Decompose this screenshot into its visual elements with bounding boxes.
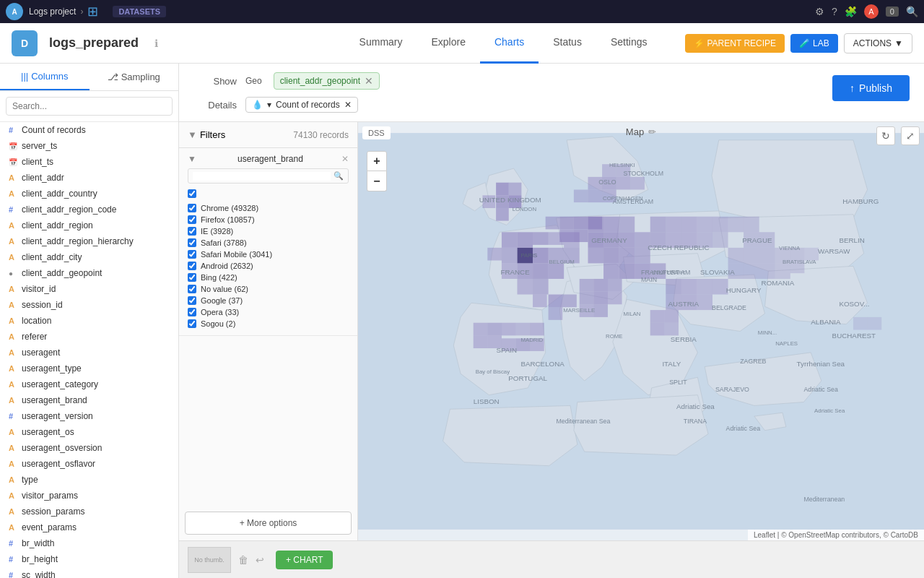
tab-columns[interactable]: ||| Columns bbox=[0, 64, 90, 90]
filter-option[interactable]: Firefox (10857) bbox=[188, 214, 349, 225]
list-item[interactable]: Auseragent_brand bbox=[0, 392, 178, 408]
datasets-label[interactable]: DATASETS bbox=[113, 6, 166, 17]
list-item[interactable]: Aclient_addr_city bbox=[0, 249, 178, 265]
tab-summary[interactable]: Summary bbox=[345, 23, 417, 64]
filter-option[interactable]: Opera (33) bbox=[188, 306, 349, 318]
filter-remove-icon[interactable]: ✕ bbox=[341, 154, 349, 164]
restore-chart-icon[interactable]: ↩ bbox=[256, 554, 264, 566]
parent-recipe-button[interactable]: ⚡ PARENT RECIPE bbox=[685, 34, 785, 53]
tab-charts[interactable]: Charts bbox=[480, 23, 539, 64]
filter-checkbox[interactable] bbox=[188, 308, 196, 316]
tab-status[interactable]: Status bbox=[539, 23, 596, 64]
filter-option[interactable]: IE (3928) bbox=[188, 225, 349, 237]
list-item[interactable]: Asession_params bbox=[0, 504, 178, 519]
actions-button[interactable]: ACTIONS ▼ bbox=[844, 33, 912, 53]
list-item[interactable]: Asession_id bbox=[0, 297, 178, 313]
list-item[interactable]: #sc_width bbox=[0, 567, 178, 578]
svg-rect-89 bbox=[681, 279, 697, 295]
filter-checkbox[interactable] bbox=[188, 215, 196, 224]
filter-checkbox[interactable] bbox=[188, 250, 196, 259]
remove-details-field-button[interactable]: ✕ bbox=[344, 100, 352, 110]
settings-icon[interactable]: ⚙ bbox=[815, 6, 824, 17]
filter-checkbox[interactable] bbox=[188, 227, 196, 236]
refresh-button[interactable]: ↻ bbox=[876, 126, 895, 145]
notification-badge[interactable]: 0 bbox=[886, 7, 899, 17]
list-item[interactable]: Aclient_addr bbox=[0, 170, 178, 186]
filters-toggle-icon[interactable]: ▼ bbox=[188, 129, 197, 140]
tab-explore[interactable]: Explore bbox=[417, 23, 480, 64]
filter-checkbox[interactable] bbox=[188, 319, 196, 328]
filter-checkbox[interactable] bbox=[188, 262, 196, 270]
filter-checkbox[interactable] bbox=[188, 204, 196, 212]
list-item[interactable]: #useragent_version bbox=[0, 408, 178, 424]
list-item[interactable]: Avisitor_id bbox=[0, 281, 178, 297]
filter-toggle-arrow[interactable]: ▼ bbox=[188, 154, 196, 164]
help-icon[interactable]: ? bbox=[832, 6, 837, 17]
list-item[interactable]: Auseragent_type bbox=[0, 361, 178, 376]
list-item[interactable]: Avisitor_params bbox=[0, 488, 178, 504]
user-avatar[interactable]: A bbox=[864, 4, 879, 19]
filter-search-input[interactable] bbox=[193, 172, 331, 181]
list-item[interactable]: Auseragent_osversion bbox=[0, 440, 178, 456]
tab-sampling[interactable]: ⎇ Sampling bbox=[90, 64, 179, 90]
add-chart-button[interactable]: + CHART bbox=[276, 551, 333, 569]
project-name[interactable]: Logs project bbox=[29, 7, 76, 17]
list-item[interactable]: Aevent_params bbox=[0, 519, 178, 535]
list-item[interactable]: #client_addr_region_code bbox=[0, 202, 178, 217]
list-item[interactable]: Aclient_addr_country bbox=[0, 186, 178, 202]
filter-option[interactable]: Sogou (2) bbox=[188, 318, 349, 329]
fullscreen-button[interactable]: ⤢ bbox=[901, 126, 920, 145]
filter-option[interactable]: Safari Mobile (3041) bbox=[188, 249, 349, 260]
chart-thumbnail[interactable]: No thumb. bbox=[188, 547, 231, 573]
type-icon-str: A bbox=[9, 364, 17, 373]
tab-settings[interactable]: Settings bbox=[596, 23, 662, 64]
publish-button[interactable]: ↑ Publish bbox=[832, 75, 910, 101]
edit-pencil-icon[interactable]: ✏ bbox=[648, 126, 656, 137]
filter-option[interactable]: Bing (422) bbox=[188, 272, 349, 283]
type-icon-hash: # bbox=[9, 205, 17, 214]
list-item[interactable]: Aclient_addr_region_hierarchy bbox=[0, 233, 178, 249]
remove-show-field-button[interactable]: ✕ bbox=[365, 75, 373, 87]
list-item[interactable]: ●client_addr_geopoint bbox=[0, 265, 178, 281]
plugins-icon[interactable]: 🧩 bbox=[845, 6, 857, 17]
filter-checkbox[interactable] bbox=[188, 296, 196, 305]
filter-option[interactable]: Google (37) bbox=[188, 295, 349, 306]
filter-option[interactable]: Android (2632) bbox=[188, 260, 349, 272]
list-item[interactable]: Auseragent_category bbox=[0, 376, 178, 392]
svg-rect-88 bbox=[666, 279, 681, 295]
list-item[interactable]: 📅client_ts bbox=[0, 154, 178, 170]
filter-checkbox[interactable] bbox=[188, 273, 196, 282]
list-item[interactable]: #br_height bbox=[0, 551, 178, 567]
search-icon[interactable]: 🔍 bbox=[906, 6, 918, 17]
zoom-in-button[interactable]: + bbox=[367, 151, 387, 171]
list-item[interactable]: Aclient_addr_region bbox=[0, 217, 178, 233]
chevron-icon[interactable]: ▾ bbox=[267, 100, 271, 110]
lab-button[interactable]: 🧪 LAB bbox=[790, 34, 838, 53]
publish-icon: ↑ bbox=[850, 82, 855, 94]
list-item[interactable]: #Count of records bbox=[0, 122, 178, 138]
list-item[interactable]: 📅server_ts bbox=[0, 138, 178, 154]
list-item[interactable]: Auseragent_osflavor bbox=[0, 456, 178, 472]
type-icon-str: A bbox=[9, 475, 17, 484]
more-options-button[interactable]: + More options bbox=[185, 512, 352, 535]
list-item[interactable]: #br_width bbox=[0, 535, 178, 551]
dataset-name-edit-icon[interactable]: ℹ bbox=[154, 38, 158, 49]
zoom-out-button[interactable]: − bbox=[367, 171, 387, 191]
svg-text:BERLIN: BERLIN bbox=[839, 236, 864, 244]
column-search-input[interactable] bbox=[6, 97, 173, 116]
list-item[interactable]: Alocation bbox=[0, 313, 178, 329]
delete-chart-icon[interactable]: 🗑 bbox=[238, 554, 248, 566]
list-item[interactable]: Auseragent bbox=[0, 345, 178, 361]
filter-checkbox[interactable] bbox=[188, 238, 196, 247]
list-item[interactable]: Atype bbox=[0, 472, 178, 488]
list-item[interactable]: Areferer bbox=[0, 329, 178, 345]
details-row: Details 💧 ▾ Count of records ✕ bbox=[193, 97, 824, 113]
filter-select-all-checkbox[interactable] bbox=[188, 189, 196, 198]
filter-item-useragent-brand: ▼ useragent_brand ✕ 🔍 Chrome (49328) F bbox=[179, 148, 357, 336]
filter-checkbox[interactable] bbox=[188, 285, 196, 293]
filter-option[interactable]: Chrome (49328) bbox=[188, 202, 349, 214]
filter-option[interactable]: No value (62) bbox=[188, 283, 349, 295]
list-item[interactable]: Auseragent_os bbox=[0, 424, 178, 440]
svg-text:COPENHAGEN: COPENHAGEN bbox=[603, 195, 643, 202]
filter-option[interactable]: Safari (3788) bbox=[188, 237, 349, 249]
